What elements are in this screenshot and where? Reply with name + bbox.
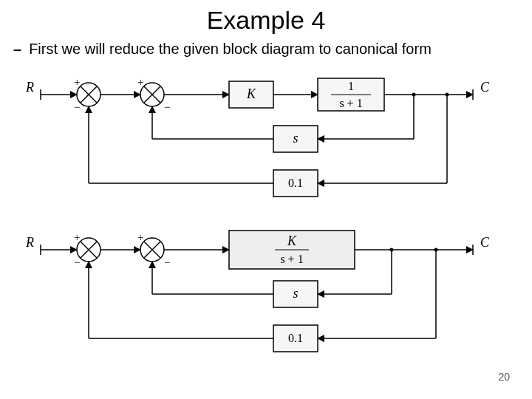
sum2-minus: − (164, 101, 170, 113)
page-number: 20 (498, 371, 510, 383)
output-label-C: C (480, 235, 490, 250)
output-label-C: C (480, 80, 490, 95)
block-combined-den: s + 1 (280, 253, 303, 265)
sum2-minus: − (164, 256, 170, 268)
slide-title: Example 4 (0, 6, 532, 35)
sum1-minus: − (74, 256, 80, 268)
block-diagram-1: R C + − + − K 1 s + 1 s 0.1 (0, 65, 532, 213)
input-label-R: R (25, 235, 34, 250)
sum2-plus: + (137, 231, 143, 243)
bullet-line: – First we will reduce the given block d… (13, 41, 532, 58)
input-label-R: R (25, 80, 34, 95)
block-gain-label: 0.1 (288, 177, 303, 189)
sum1-plus: + (74, 76, 80, 88)
block-diagram-2: R C + − + − K s + 1 s 0.1 (0, 220, 532, 368)
bullet-text: First we will reduce the given block dia… (29, 41, 432, 58)
bullet-dash: – (13, 41, 21, 58)
block-frac-num: 1 (348, 80, 354, 92)
block-combined-num: K (287, 233, 297, 248)
sum1-plus: + (74, 231, 80, 243)
block-s-label: s (293, 286, 298, 301)
figure-area: R C + − + − K 1 s + 1 s 0.1 R (0, 65, 532, 375)
sum2-plus: + (137, 76, 143, 88)
block-frac-den: s + 1 (339, 97, 362, 109)
block-K-label: K (246, 86, 256, 101)
block-s-label: s (293, 131, 298, 146)
block-gain-label: 0.1 (288, 332, 303, 344)
sum1-minus: − (74, 101, 80, 113)
